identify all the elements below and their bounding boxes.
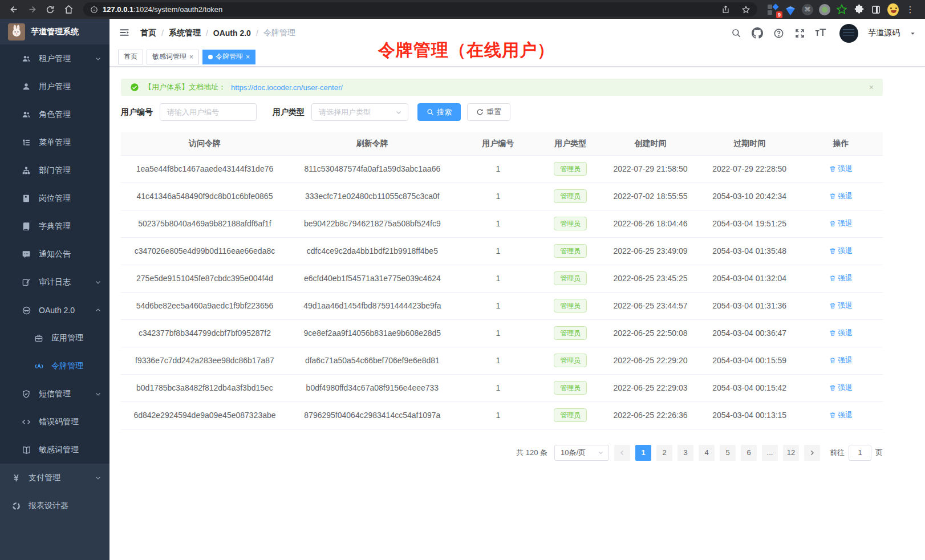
force-logout-button[interactable]: 强退: [829, 383, 853, 393]
user-type-badge: 管理员: [554, 299, 587, 313]
share-icon[interactable]: [717, 2, 733, 18]
force-logout-button[interactable]: 强退: [829, 246, 853, 256]
tag-敏感词管理[interactable]: 敏感词管理×: [147, 50, 199, 64]
table-row: 54d6be82ee5a460a9aedc1f9bf22365649d1aa46…: [121, 292, 883, 319]
sidebar-item-oauth2-token[interactable]: 令牌管理: [0, 352, 109, 380]
puzzle-icon[interactable]: [853, 4, 865, 15]
hamburger-icon[interactable]: [119, 27, 131, 39]
user-id-input[interactable]: [160, 103, 257, 121]
user-id-cell: 1: [456, 210, 540, 237]
total-count: 共 120 条: [516, 448, 547, 458]
prev-page-button[interactable]: [614, 445, 630, 461]
force-logout-button[interactable]: 强退: [829, 191, 853, 201]
breadcrumb-item[interactable]: OAuth 2.0: [213, 29, 251, 38]
search-button[interactable]: 搜索: [417, 103, 461, 121]
sidebar-item-oauth2[interactable]: OAuth 2.0: [0, 296, 109, 324]
fullscreen-icon[interactable]: [794, 27, 805, 39]
sidebar-item-label: 通知公告: [39, 249, 102, 259]
doc-alert: 【用户体系】文档地址： https://doc.iocoder.cn/user-…: [121, 79, 883, 96]
force-logout-button[interactable]: 强退: [829, 273, 853, 283]
reset-button[interactable]: 重置: [467, 103, 510, 121]
sidebar-item-error-code[interactable]: 错误码管理: [0, 408, 109, 436]
sidebar-item-tenant[interactable]: 租户管理: [0, 44, 109, 72]
create-time-cell: 2022-06-26 18:04:46: [601, 210, 700, 237]
address-bar[interactable]: 127.0.0.1:1024/system/oauth2/token: [83, 2, 757, 17]
tag-close-icon[interactable]: ×: [246, 54, 250, 60]
page-button-2[interactable]: 2: [656, 445, 672, 461]
force-logout-button[interactable]: 强退: [829, 328, 853, 338]
sidebar-item-report-designer[interactable]: 报表设计器: [0, 492, 109, 520]
sidebar-item-pay[interactable]: 支付管理: [0, 464, 109, 492]
page-size-select[interactable]: 10条/页: [554, 445, 609, 461]
chevron-down-icon: [95, 391, 102, 397]
sidebar-item-role[interactable]: 角色管理: [0, 100, 109, 128]
sidebar-toggle-icon[interactable]: [870, 4, 882, 15]
username[interactable]: 芋道源码: [868, 28, 900, 38]
gem-extension-icon[interactable]: [785, 4, 796, 15]
browser-menu-icon[interactable]: ⋮: [904, 4, 916, 15]
refresh-token-cell: 9ce8ef2aa9f14056b831ae9b608e28d5: [289, 319, 456, 347]
user-avatar[interactable]: [839, 24, 858, 43]
doc-link[interactable]: https://doc.iocoder.cn/user-center/: [231, 83, 343, 92]
force-logout-button[interactable]: 强退: [829, 410, 853, 420]
user-type-select[interactable]: 请选择用户类型: [311, 103, 408, 121]
user-type-badge: 管理员: [554, 217, 587, 230]
access-token-cell: 41c41346a548490f9dc8b01c6bfe0865: [121, 182, 289, 210]
sidebar-item-post[interactable]: 岗位管理: [0, 184, 109, 212]
page-button-6[interactable]: 6: [741, 445, 757, 461]
next-page-button[interactable]: [804, 445, 820, 461]
goto-page-input[interactable]: [849, 445, 871, 461]
github-icon[interactable]: [752, 27, 763, 39]
page-button-5[interactable]: 5: [720, 445, 736, 461]
sidebar-item-dict[interactable]: 字典管理: [0, 212, 109, 240]
sidebar-item-audit-log[interactable]: 审计日志: [0, 268, 109, 296]
page-button-3[interactable]: 3: [677, 445, 693, 461]
tag-close-icon[interactable]: ×: [189, 54, 193, 60]
app-logo-bar[interactable]: 芋道管理系统: [0, 19, 109, 44]
breadcrumb-item[interactable]: 系统管理: [169, 28, 201, 38]
page-ellipsis-button[interactable]: ...: [762, 445, 778, 461]
back-icon[interactable]: [6, 2, 22, 18]
page-button-12[interactable]: 12: [783, 445, 799, 461]
success-icon: [130, 83, 139, 92]
tag-首页[interactable]: 首页: [118, 50, 143, 64]
tag-令牌管理[interactable]: 令牌管理×: [202, 50, 255, 64]
force-logout-button[interactable]: 强退: [829, 218, 853, 229]
create-time-cell: 2022-07-29 21:58:50: [601, 155, 700, 182]
dot-extension-icon[interactable]: [819, 4, 830, 15]
force-logout-button[interactable]: 强退: [829, 301, 853, 311]
extension-grid-icon[interactable]: 9: [768, 4, 779, 15]
reload-icon[interactable]: [42, 2, 58, 18]
page-button-1[interactable]: 1: [635, 445, 651, 461]
forward-icon[interactable]: [24, 2, 40, 18]
sidebar-item-user[interactable]: 用户管理: [0, 72, 109, 100]
sidebar-item-notice[interactable]: 通知公告: [0, 240, 109, 268]
force-logout-button[interactable]: 强退: [829, 164, 853, 174]
sidebar-item-label: 错误码管理: [39, 417, 102, 427]
sidebar-item-dept[interactable]: 部门管理: [0, 156, 109, 184]
user-type-badge: 管理员: [554, 408, 587, 422]
site-info-icon[interactable]: [90, 6, 98, 14]
sidebar-item-oauth2-app[interactable]: 应用管理: [0, 324, 109, 352]
sidebar-item-sms[interactable]: 短信管理: [0, 380, 109, 408]
command-extension-icon[interactable]: ⌘: [802, 4, 813, 15]
sidebar-item-sensitive-word[interactable]: 敏感词管理: [0, 436, 109, 464]
create-time-cell: 2022-06-25 22:29:03: [601, 374, 700, 401]
star-extension-icon[interactable]: [836, 4, 847, 15]
font-size-icon[interactable]: [815, 27, 826, 39]
home-icon[interactable]: [60, 2, 76, 18]
force-logout-button[interactable]: 强退: [829, 355, 853, 366]
alert-close-icon[interactable]: ×: [869, 83, 874, 92]
tag-label: 敏感词管理: [152, 52, 186, 62]
sidebar-item-menu[interactable]: 菜单管理: [0, 128, 109, 156]
page-button-4[interactable]: 4: [699, 445, 715, 461]
profile-emoji-avatar[interactable]: [887, 4, 899, 15]
expire-time-cell: 2054-03-04 01:32:04: [700, 265, 799, 292]
user-type-badge: 管理员: [554, 354, 587, 367]
breadcrumb-item[interactable]: 首页: [140, 28, 156, 38]
search-icon[interactable]: [731, 27, 742, 39]
bookmark-star-icon[interactable]: [738, 2, 754, 18]
help-icon[interactable]: [773, 27, 784, 39]
caret-down-icon[interactable]: [910, 30, 916, 36]
access-token-cell: 6d842e2924594de9a09e45e087323abe: [121, 401, 289, 429]
